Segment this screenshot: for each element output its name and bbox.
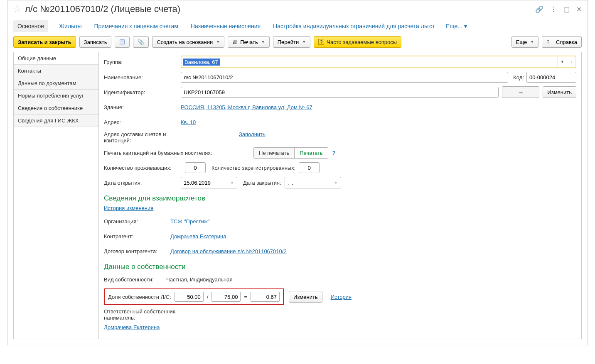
open-date-label: Дата открытия: — [104, 180, 181, 186]
print-button[interactable]: 🖶Печать▼ — [228, 36, 270, 48]
code-input[interactable] — [526, 72, 576, 83]
help-question-icon[interactable]: ? — [332, 150, 336, 156]
residents-label: Количество проживающих: — [104, 165, 185, 171]
nav-more[interactable]: Еще... ▾ — [446, 23, 467, 29]
delivery-fill-link[interactable]: Заполнить — [239, 131, 266, 137]
identifier-edit-button[interactable]: Изменить — [543, 86, 576, 98]
settlements-section-header: Сведения для взаиморасчетов — [104, 194, 576, 203]
responsible-link[interactable]: Домрачева Екатерина — [104, 324, 160, 330]
identifier-arrow-button[interactable]: ➥ — [502, 86, 539, 98]
faq-button[interactable]: ?Часто задаваемые вопросы — [314, 36, 401, 48]
group-input[interactable]: Вавилова, 67 ▼ ▫ — [181, 56, 576, 68]
kebab-menu-icon[interactable]: ⋮ — [550, 5, 557, 13]
organization-link[interactable]: ТСЖ "Престиж" — [170, 218, 209, 225]
sidebar-item-owner[interactable]: Сведения о собственнике — [14, 102, 98, 115]
chevron-down-icon[interactable]: ▼ — [558, 56, 567, 68]
building-link[interactable]: РОССИЯ, 113205, Москва г, Вавилова ул, Д… — [181, 104, 312, 110]
organization-label: Организация: — [104, 218, 170, 225]
create-based-button[interactable]: Создать на основании▼ — [152, 36, 224, 48]
save-close-button[interactable]: Записать и закрыть — [13, 36, 76, 48]
open-dialog-icon[interactable]: ▫ — [567, 56, 576, 68]
print-on-option[interactable]: Печатать — [294, 148, 327, 158]
save-button[interactable]: Записать — [79, 36, 112, 48]
nav-tab-main[interactable]: Основное — [13, 20, 48, 32]
share-history-link[interactable]: История — [331, 294, 352, 300]
link-icon[interactable]: 🔗 — [535, 5, 543, 13]
change-history-link[interactable]: История изменения — [104, 205, 153, 211]
ownership-type-value: Частная, Индивидуальная — [166, 276, 233, 283]
registered-input[interactable] — [299, 162, 320, 173]
close-icon[interactable]: ✕ — [576, 5, 582, 13]
sidebar-item-contacts[interactable]: Контакты — [14, 65, 98, 77]
help-button[interactable]: ? Справка — [542, 36, 582, 48]
ownership-type-label: Вид собственности: — [104, 276, 166, 283]
list-icon-button[interactable] — [115, 36, 130, 48]
window-title: л/с №2011067010/2 (Лицевые счета) — [25, 4, 535, 15]
sidebar: Общие данные Контакты Данные по документ… — [14, 52, 99, 339]
sidebar-item-general[interactable]: Общие данные — [14, 52, 98, 65]
share-result-input[interactable] — [251, 292, 280, 302]
counterparty-label: Контрагент: — [104, 233, 170, 239]
arrow-right-icon: ➥ — [519, 89, 523, 95]
attach-icon-button[interactable]: 📎 — [133, 36, 149, 48]
goto-button[interactable]: Перейти▼ — [273, 36, 310, 48]
nav-tab-notes[interactable]: Примечания к лицевым счетам — [92, 20, 180, 32]
nav-tab-limits[interactable]: Настройка индивидуальных ограничений для… — [271, 20, 437, 32]
nav-tab-tenants[interactable]: Жильцы — [57, 20, 83, 32]
name-input[interactable] — [181, 72, 508, 83]
residents-input[interactable] — [185, 162, 206, 173]
maximize-icon[interactable]: ▢ — [563, 5, 570, 13]
address-label: Адрес: — [104, 119, 181, 125]
close-date-input[interactable]: ▫ — [285, 177, 341, 188]
responsible-label: Ответственный собственник, наниматель: — [104, 308, 195, 321]
delivery-label: Адрес доставки счетов и квитанций: — [104, 131, 181, 144]
calendar-icon[interactable]: ▫ — [227, 180, 237, 185]
identifier-label: Идентификатор: — [104, 89, 181, 95]
group-label: Группа: — [104, 59, 181, 65]
favorite-star-icon[interactable]: ☆ — [13, 4, 22, 15]
open-date-input[interactable]: ▫ — [181, 177, 237, 188]
print-toggle: Не печатать Печатать — [253, 147, 328, 159]
nav-tab-charges[interactable]: Назначенные начисления — [189, 20, 262, 32]
group-value: Вавилова, 67 — [183, 59, 220, 66]
close-date-label: Дата закрытия: — [243, 180, 281, 186]
name-label: Наименование: — [104, 74, 181, 81]
print-off-option[interactable]: Не печатать — [254, 148, 294, 158]
share-label: Доля собственности Л/С: — [108, 294, 171, 300]
print-media-label: Печать квитанций на бумажных носителях: — [104, 150, 253, 156]
sidebar-item-gis[interactable]: Сведения для ГИС ЖКХ — [14, 115, 98, 127]
ownership-share-box: Доля собственности Л/С: / = — [104, 288, 284, 305]
contract-label: Договор контрагента: — [104, 248, 170, 254]
counterparty-link[interactable]: Домрачева Екатерина — [170, 233, 226, 239]
share-denominator-input[interactable] — [211, 292, 241, 302]
code-label: Код: — [513, 74, 524, 81]
paperclip-icon: 📎 — [138, 39, 144, 45]
contract-link[interactable]: Договор на обслуживание л/с №2011067010/… — [170, 248, 287, 254]
ownership-section-header: Данные о собственности — [104, 263, 576, 271]
sidebar-item-norms[interactable]: Нормы потребления услуг — [14, 90, 98, 102]
identifier-input[interactable] — [181, 87, 499, 98]
address-link[interactable]: Кв. 10 — [181, 119, 196, 125]
printer-icon: 🖶 — [232, 39, 238, 45]
more-button[interactable]: Еще▼ — [511, 36, 538, 48]
share-edit-button[interactable]: Изменить — [289, 291, 322, 303]
sidebar-item-documents[interactable]: Данные по документам — [14, 77, 98, 90]
registered-label: Количество зарегистрированных: — [211, 165, 295, 171]
building-label: Здание: — [104, 104, 181, 110]
share-numerator-input[interactable] — [175, 292, 204, 302]
calendar-icon[interactable]: ▫ — [331, 180, 341, 185]
question-icon: ? — [318, 39, 324, 45]
